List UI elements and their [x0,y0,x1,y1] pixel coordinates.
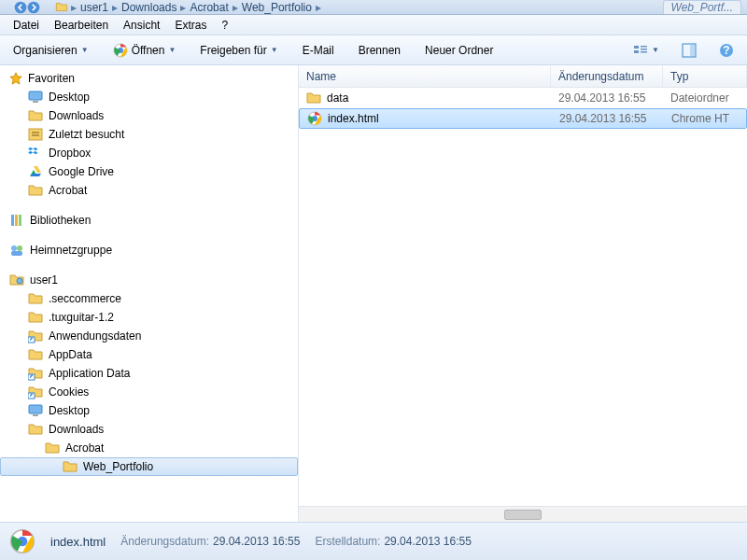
details-filename: index.html [50,535,106,549]
file-date: 29.04.2013 16:55 [551,91,663,105]
column-header-type[interactable]: Typ [663,65,747,87]
homegroup-header[interactable]: Heimnetzgruppe [0,241,298,259]
tree-item-label: Acrobat [49,184,87,197]
folder-icon [306,91,321,105]
caret-down-icon: ▼ [652,46,659,54]
menu-edit[interactable]: Bearbeiten [47,17,116,34]
tree-item-label: Google Drive [49,165,114,178]
folder-icon [28,422,43,437]
chevron-right-icon: ▸ [180,1,186,14]
menu-extras[interactable]: Extras [167,17,214,34]
column-header-row: Name Änderungsdatum Typ [299,65,747,88]
folder-icon [63,459,78,474]
libraries-icon [9,213,24,228]
help-button[interactable] [712,39,741,62]
tree-item[interactable]: Desktop [0,401,298,420]
menu-bar: Datei Bearbeiten Ansicht Extras ? [0,15,747,35]
tree-item[interactable]: Cookies [0,383,298,401]
tree-item[interactable]: Acrobat [0,439,298,457]
tree-item[interactable]: Downloads [0,106,298,125]
user-root[interactable]: user1 [0,271,298,289]
share-button[interactable]: Freigeben für▼ [192,40,285,61]
desktop-icon [28,403,43,418]
star-icon [9,72,22,85]
horizontal-scrollbar[interactable] [299,506,747,522]
breadcrumb-segment[interactable]: Web_Portfolio [242,1,312,14]
tree-item-label: Anwendungsdaten [49,329,141,343]
file-type: Chrome HT [664,112,746,125]
folder-icon [45,441,60,455]
tree-item[interactable]: Application Data [0,364,298,383]
favorites-header[interactable]: Favoriten [0,69,298,88]
file-type: Dateiordner [663,91,747,105]
scrollbar-thumb[interactable] [504,510,542,520]
folder-icon [28,291,43,306]
preview-pane-button[interactable] [674,39,704,62]
view-options-button[interactable]: ▼ [626,39,667,62]
breadcrumb-segment[interactable]: user1 [80,1,108,14]
window-tab[interactable]: Web_Portf... [663,0,741,14]
column-header-name[interactable]: Name [299,65,551,87]
open-label: Öffnen [132,44,165,57]
file-list[interactable]: data29.04.2013 16:55Dateiordnerindex.htm… [299,88,747,506]
user-folder-icon [9,273,24,287]
desktop-icon [28,90,43,105]
tree-item[interactable]: Acrobat [0,181,298,200]
homegroup-label: Heimnetzgruppe [30,244,112,257]
navigation-sidebar[interactable]: Favoriten DesktopDownloadsZuletzt besuch… [0,65,299,522]
libraries-label: Bibliotheken [30,214,91,227]
breadcrumb-segment[interactable]: Acrobat [190,1,228,14]
tree-item-label: Dropbox [49,147,91,160]
folder-icon [28,310,43,325]
open-button[interactable]: Öffnen▼ [106,39,184,62]
nav-back-forward[interactable] [6,1,49,14]
tree-item-label: .tuxguitar-1.2 [49,311,114,324]
email-button[interactable]: E-Mail [295,40,342,61]
tree-item-label: Web_Portfolio [83,460,153,473]
menu-help[interactable]: ? [214,17,235,34]
tree-item[interactable]: Dropbox [0,144,298,162]
tree-item[interactable]: Zuletzt besucht [0,125,298,144]
column-header-date[interactable]: Änderungsdatum [551,65,663,87]
breadcrumb-segment[interactable]: Downloads [121,1,176,14]
shortcut-folder-icon [28,385,43,399]
tree-item[interactable]: .seccommerce [0,289,298,308]
chrome-icon [307,111,322,126]
details-bar: index.html Änderungsdatum: 29.04.2013 16… [0,523,747,560]
content-pane: Name Änderungsdatum Typ data29.04.2013 1… [299,65,747,522]
tree-item[interactable]: Web_Portfolio [0,457,298,476]
folder-icon [28,183,43,198]
gdrive-icon [28,164,43,179]
new-folder-button[interactable]: Neuer Ordner [417,40,500,61]
chrome-icon [9,528,35,554]
favorites-label: Favoriten [28,72,75,85]
file-date: 29.04.2013 16:55 [552,112,664,125]
caret-down-icon: ▼ [81,46,89,54]
chevron-right-icon: ▸ [316,1,321,14]
file-name: index.html [328,112,379,125]
user-root-label: user1 [30,273,58,287]
chevron-right-icon: ▸ [71,1,77,14]
tree-item[interactable]: Downloads [0,420,298,439]
toolbar: Organisieren▼ Öffnen▼ Freigeben für▼ E-M… [0,35,747,65]
burn-button[interactable]: Brennen [351,40,408,61]
menu-view[interactable]: Ansicht [116,17,167,34]
tree-item[interactable]: Anwendungsdaten [0,327,298,345]
preview-pane-icon [682,43,697,58]
tree-item[interactable]: Desktop [0,88,298,106]
homegroup-icon [9,243,24,258]
chevron-right-icon: ▸ [233,1,238,14]
file-row[interactable]: index.html29.04.2013 16:55Chrome HT [299,108,747,129]
share-label: Freigeben für [200,44,266,57]
file-name: data [327,91,348,105]
folder-icon [54,1,69,13]
chrome-icon [113,43,128,58]
tree-item[interactable]: Google Drive [0,162,298,181]
chevron-right-icon: ▸ [112,1,118,14]
file-row[interactable]: data29.04.2013 16:55Dateiordner [299,88,747,108]
tree-item[interactable]: AppData [0,345,298,364]
organize-button[interactable]: Organisieren▼ [6,40,96,61]
tree-item[interactable]: .tuxguitar-1.2 [0,308,298,327]
menu-file[interactable]: Datei [6,17,47,34]
libraries-header[interactable]: Bibliotheken [0,211,298,230]
